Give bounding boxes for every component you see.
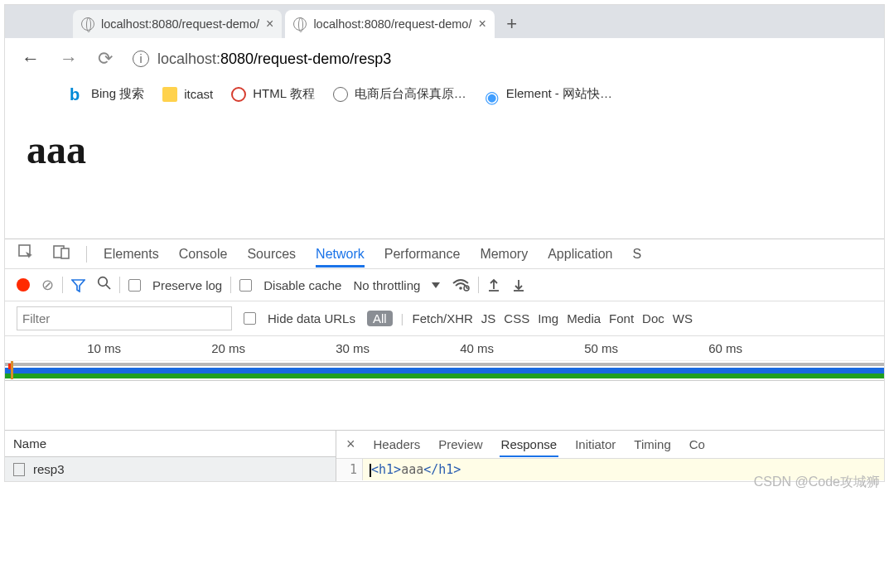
svg-point-3 (99, 277, 108, 287)
url-path: /request-demo/resp3 (254, 51, 391, 67)
tab-application[interactable]: Application (548, 247, 612, 262)
devtools-tab-row: Elements Console Sources Network Perform… (5, 239, 884, 269)
new-tab-button[interactable]: + (498, 12, 526, 36)
forward-button[interactable]: → (55, 46, 83, 71)
tab-elements[interactable]: Elements (104, 247, 159, 262)
omnibox[interactable]: i localhost:8080/request-demo/resp3 (128, 47, 872, 71)
bookmark-itcast[interactable]: itcast (162, 87, 213, 102)
bookmark-element[interactable]: ◉Element - 网站快… (485, 86, 612, 102)
bookmark-ecommerce[interactable]: 电商后台高保真原… (333, 86, 466, 102)
back-button[interactable]: ← (17, 46, 45, 71)
timeline-labels: 10 ms 20 ms 30 ms 40 ms 50 ms 60 ms (5, 336, 884, 361)
browser-tab-2[interactable]: localhost:8080/request-demo/ × (285, 10, 494, 38)
timeline-tick: 20 ms (129, 341, 254, 355)
detail-tab-initiator[interactable]: Initiator (575, 437, 616, 451)
download-icon[interactable] (512, 277, 525, 292)
devtools-panel: Elements Console Sources Network Perform… (5, 239, 884, 481)
filter-type-img[interactable]: Img (538, 311, 558, 325)
url-host: localhost: (157, 51, 220, 67)
filter-type-doc[interactable]: Doc (642, 311, 664, 325)
tab-title: localhost:8080/request-demo/ (101, 17, 259, 31)
info-icon[interactable]: i (133, 51, 149, 67)
clear-icon[interactable]: ⊘ (41, 276, 54, 294)
detail-tab-headers[interactable]: Headers (374, 437, 421, 451)
page-viewport: aaa (5, 112, 884, 239)
url-port: 8080 (220, 51, 254, 67)
filter-type-all[interactable]: All (367, 311, 393, 326)
svg-line-4 (106, 285, 110, 289)
filter-type-media[interactable]: Media (567, 311, 601, 325)
element-icon: ◉ (485, 87, 500, 102)
hide-data-urls-checkbox[interactable] (244, 312, 256, 325)
svg-rect-2 (61, 248, 69, 258)
detail-tab-preview[interactable]: Preview (438, 437, 482, 451)
tab-network[interactable]: Network (316, 247, 365, 262)
throttling-select[interactable]: No throttling (353, 278, 420, 292)
filter-input[interactable]: Filter (17, 306, 232, 330)
tab-more[interactable]: S (632, 247, 641, 262)
detail-tab-response[interactable]: Response (501, 437, 558, 451)
tab-strip: localhost:8080/request-demo/ × localhost… (5, 5, 884, 38)
search-icon[interactable] (97, 276, 111, 294)
globe-icon (81, 17, 94, 31)
bing-icon: b (70, 87, 85, 102)
timeline-tick: 50 ms (502, 341, 626, 355)
preserve-log-label: Preserve log (152, 278, 222, 292)
folder-icon (162, 87, 177, 102)
timeline-tick: 10 ms (5, 341, 129, 355)
timeline-tick: 60 ms (626, 341, 751, 355)
filter-type-fetchxhr[interactable]: Fetch/XHR (412, 311, 472, 325)
page-heading: aaa (27, 127, 862, 172)
browser-tab-1[interactable]: localhost:8080/request-demo/ × (73, 10, 282, 38)
hide-data-urls-label: Hide data URLs (268, 311, 355, 325)
globe-icon (333, 87, 348, 102)
reload-button[interactable]: ⟳ (93, 46, 118, 71)
filter-type-js[interactable]: JS (481, 311, 496, 325)
column-name[interactable]: Name (5, 431, 336, 457)
filter-icon[interactable] (71, 278, 85, 292)
globe-icon (293, 17, 307, 31)
tab-title: localhost:8080/request-demo/ (313, 17, 471, 31)
tab-console[interactable]: Console (179, 247, 228, 262)
detail-tab-row: × Headers Preview Response Initiator Tim… (336, 431, 884, 459)
address-bar: ← → ⟳ i localhost:8080/request-demo/resp… (5, 38, 884, 80)
device-toggle-icon[interactable] (53, 244, 70, 263)
detail-tab-timing[interactable]: Timing (634, 437, 670, 451)
network-conditions-icon[interactable] (452, 278, 470, 292)
filter-type-font[interactable]: Font (609, 311, 634, 325)
close-icon[interactable]: × (346, 436, 355, 453)
disable-cache-label: Disable cache (263, 278, 341, 292)
chevron-down-icon[interactable] (432, 282, 440, 288)
bookmarks-bar: bBing 搜索 itcast HTML 教程 电商后台高保真原… ◉Eleme… (5, 80, 884, 112)
bookmark-html[interactable]: HTML 教程 (231, 86, 314, 102)
timeline-detail[interactable] (5, 381, 884, 431)
inspect-icon[interactable] (18, 244, 33, 263)
tab-sources[interactable]: Sources (247, 247, 296, 262)
upload-icon[interactable] (487, 277, 500, 292)
detail-tab-more[interactable]: Co (689, 437, 705, 451)
close-icon[interactable]: × (266, 17, 273, 31)
preserve-log-checkbox[interactable] (128, 279, 141, 292)
ring-icon (231, 87, 246, 102)
svg-point-5 (460, 287, 463, 290)
tab-performance[interactable]: Performance (384, 247, 461, 262)
bookmark-bing[interactable]: bBing 搜索 (70, 86, 144, 102)
network-toolbar: ⊘ Preserve log Disable cache No throttli… (5, 269, 884, 301)
timeline-tick: 40 ms (378, 341, 502, 355)
watermark: CSDN @Code攻城狮 (4, 474, 880, 491)
network-filter-row: Filter Hide data URLs All | Fetch/XHR JS… (5, 301, 884, 336)
timeline-tick: 30 ms (254, 341, 378, 355)
tab-memory[interactable]: Memory (480, 247, 528, 262)
filter-type-css[interactable]: CSS (504, 311, 529, 325)
close-icon[interactable]: × (478, 17, 486, 31)
record-icon[interactable] (17, 278, 30, 292)
timeline-overview[interactable] (5, 361, 884, 381)
filter-type-ws[interactable]: WS (673, 311, 693, 325)
disable-cache-checkbox[interactable] (239, 279, 252, 292)
